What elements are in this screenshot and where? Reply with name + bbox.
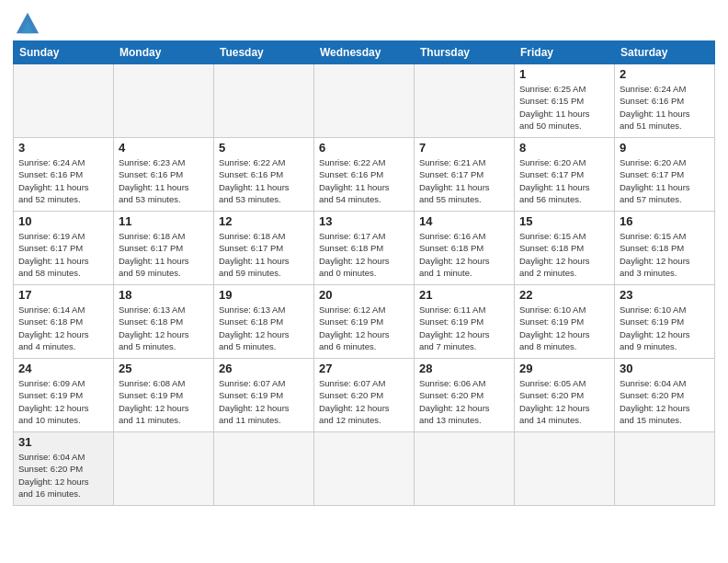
day-number: 6 xyxy=(319,141,409,155)
calendar-cell: 3Sunrise: 6:24 AM Sunset: 6:16 PM Daylig… xyxy=(14,138,114,212)
day-info: Sunrise: 6:09 AM Sunset: 6:19 PM Dayligh… xyxy=(18,377,108,426)
col-header-sunday: Sunday xyxy=(14,41,114,64)
day-info: Sunrise: 6:19 AM Sunset: 6:17 PM Dayligh… xyxy=(18,230,108,279)
calendar-cell: 5Sunrise: 6:22 AM Sunset: 6:16 PM Daylig… xyxy=(214,138,314,212)
day-info: Sunrise: 6:21 AM Sunset: 6:17 PM Dayligh… xyxy=(419,156,509,205)
calendar-cell: 16Sunrise: 6:15 AM Sunset: 6:18 PM Dayli… xyxy=(615,212,715,285)
calendar-page: SundayMondayTuesdayWednesdayThursdayFrid… xyxy=(0,0,728,563)
calendar-cell: 26Sunrise: 6:07 AM Sunset: 6:19 PM Dayli… xyxy=(214,359,314,432)
day-number: 2 xyxy=(620,67,710,81)
day-number: 4 xyxy=(119,141,209,155)
calendar-cell: 9Sunrise: 6:20 AM Sunset: 6:17 PM Daylig… xyxy=(615,138,715,212)
col-header-thursday: Thursday xyxy=(415,41,515,64)
col-header-monday: Monday xyxy=(114,41,214,64)
day-number: 28 xyxy=(419,362,509,375)
calendar-cell xyxy=(114,64,214,138)
day-info: Sunrise: 6:12 AM Sunset: 6:19 PM Dayligh… xyxy=(319,304,409,352)
day-number: 5 xyxy=(219,141,309,155)
week-row-4: 17Sunrise: 6:14 AM Sunset: 6:18 PM Dayli… xyxy=(14,285,715,359)
day-info: Sunrise: 6:24 AM Sunset: 6:16 PM Dayligh… xyxy=(620,83,710,132)
day-number: 3 xyxy=(18,141,108,155)
calendar-cell: 15Sunrise: 6:15 AM Sunset: 6:18 PM Dayli… xyxy=(515,212,615,285)
calendar-cell xyxy=(14,64,114,138)
calendar-table: SundayMondayTuesdayWednesdayThursdayFrid… xyxy=(13,40,715,506)
calendar-cell: 12Sunrise: 6:18 AM Sunset: 6:17 PM Dayli… xyxy=(214,212,314,285)
week-row-5: 24Sunrise: 6:09 AM Sunset: 6:19 PM Dayli… xyxy=(14,359,715,432)
day-number: 18 xyxy=(119,288,209,302)
week-row-1: 1Sunrise: 6:25 AM Sunset: 6:15 PM Daylig… xyxy=(14,64,715,138)
day-number: 26 xyxy=(219,362,309,375)
calendar-cell: 7Sunrise: 6:21 AM Sunset: 6:17 PM Daylig… xyxy=(415,138,515,212)
day-info: Sunrise: 6:16 AM Sunset: 6:18 PM Dayligh… xyxy=(419,230,509,279)
day-number: 20 xyxy=(319,288,409,302)
day-info: Sunrise: 6:04 AM Sunset: 6:20 PM Dayligh… xyxy=(18,451,108,500)
day-number: 8 xyxy=(519,141,609,155)
day-number: 10 xyxy=(18,214,108,228)
calendar-cell xyxy=(214,432,314,506)
calendar-cell xyxy=(415,64,515,138)
day-number: 11 xyxy=(119,214,209,228)
calendar-cell: 30Sunrise: 6:04 AM Sunset: 6:20 PM Dayli… xyxy=(615,359,715,432)
day-number: 31 xyxy=(18,435,108,449)
calendar-cell: 2Sunrise: 6:24 AM Sunset: 6:16 PM Daylig… xyxy=(615,64,715,138)
day-info: Sunrise: 6:22 AM Sunset: 6:16 PM Dayligh… xyxy=(219,156,309,205)
day-info: Sunrise: 6:22 AM Sunset: 6:16 PM Dayligh… xyxy=(319,156,409,205)
calendar-cell: 25Sunrise: 6:08 AM Sunset: 6:19 PM Dayli… xyxy=(114,359,214,432)
day-info: Sunrise: 6:25 AM Sunset: 6:15 PM Dayligh… xyxy=(519,83,609,132)
day-number: 21 xyxy=(419,288,509,302)
day-info: Sunrise: 6:13 AM Sunset: 6:18 PM Dayligh… xyxy=(219,304,309,352)
calendar-cell: 11Sunrise: 6:18 AM Sunset: 6:17 PM Dayli… xyxy=(114,212,214,285)
calendar-cell: 27Sunrise: 6:07 AM Sunset: 6:20 PM Dayli… xyxy=(314,359,415,432)
day-number: 19 xyxy=(219,288,309,302)
day-info: Sunrise: 6:10 AM Sunset: 6:19 PM Dayligh… xyxy=(519,304,609,352)
col-header-friday: Friday xyxy=(515,41,615,64)
calendar-cell: 29Sunrise: 6:05 AM Sunset: 6:20 PM Dayli… xyxy=(515,359,615,432)
day-number: 14 xyxy=(419,214,509,228)
calendar-cell xyxy=(114,432,214,506)
week-row-6: 31Sunrise: 6:04 AM Sunset: 6:20 PM Dayli… xyxy=(14,432,715,506)
day-info: Sunrise: 6:20 AM Sunset: 6:17 PM Dayligh… xyxy=(519,156,609,205)
day-number: 23 xyxy=(620,288,710,302)
day-info: Sunrise: 6:06 AM Sunset: 6:20 PM Dayligh… xyxy=(419,377,509,426)
day-number: 16 xyxy=(620,214,710,228)
day-info: Sunrise: 6:20 AM Sunset: 6:17 PM Dayligh… xyxy=(620,156,710,205)
calendar-cell xyxy=(314,432,415,506)
day-number: 13 xyxy=(319,214,409,228)
day-info: Sunrise: 6:23 AM Sunset: 6:16 PM Dayligh… xyxy=(119,156,209,205)
day-info: Sunrise: 6:17 AM Sunset: 6:18 PM Dayligh… xyxy=(319,230,409,279)
day-info: Sunrise: 6:15 AM Sunset: 6:18 PM Dayligh… xyxy=(519,230,609,279)
calendar-cell: 22Sunrise: 6:10 AM Sunset: 6:19 PM Dayli… xyxy=(515,285,615,359)
day-info: Sunrise: 6:04 AM Sunset: 6:20 PM Dayligh… xyxy=(620,377,710,426)
day-info: Sunrise: 6:07 AM Sunset: 6:20 PM Dayligh… xyxy=(319,377,409,426)
day-info: Sunrise: 6:07 AM Sunset: 6:19 PM Dayligh… xyxy=(219,377,309,426)
calendar-cell: 14Sunrise: 6:16 AM Sunset: 6:18 PM Dayli… xyxy=(415,212,515,285)
calendar-cell: 13Sunrise: 6:17 AM Sunset: 6:18 PM Dayli… xyxy=(314,212,415,285)
day-info: Sunrise: 6:08 AM Sunset: 6:19 PM Dayligh… xyxy=(119,377,209,426)
calendar-cell: 31Sunrise: 6:04 AM Sunset: 6:20 PM Dayli… xyxy=(14,432,114,506)
day-number: 24 xyxy=(18,362,108,375)
day-number: 15 xyxy=(519,214,609,228)
day-info: Sunrise: 6:11 AM Sunset: 6:19 PM Dayligh… xyxy=(419,304,509,352)
day-info: Sunrise: 6:05 AM Sunset: 6:20 PM Dayligh… xyxy=(519,377,609,426)
col-header-wednesday: Wednesday xyxy=(314,41,415,64)
calendar-cell xyxy=(515,432,615,506)
week-row-3: 10Sunrise: 6:19 AM Sunset: 6:17 PM Dayli… xyxy=(14,212,715,285)
calendar-cell xyxy=(615,432,715,506)
calendar-cell: 8Sunrise: 6:20 AM Sunset: 6:17 PM Daylig… xyxy=(515,138,615,212)
calendar-cell xyxy=(314,64,415,138)
day-number: 29 xyxy=(519,362,609,375)
calendar-cell: 21Sunrise: 6:11 AM Sunset: 6:19 PM Dayli… xyxy=(415,285,515,359)
day-number: 17 xyxy=(18,288,108,302)
logo-icon xyxy=(15,9,40,35)
day-number: 12 xyxy=(219,214,309,228)
day-number: 30 xyxy=(620,362,710,375)
calendar-cell: 20Sunrise: 6:12 AM Sunset: 6:19 PM Dayli… xyxy=(314,285,415,359)
calendar-cell: 1Sunrise: 6:25 AM Sunset: 6:15 PM Daylig… xyxy=(515,64,615,138)
calendar-cell: 10Sunrise: 6:19 AM Sunset: 6:17 PM Dayli… xyxy=(14,212,114,285)
day-info: Sunrise: 6:18 AM Sunset: 6:17 PM Dayligh… xyxy=(119,230,209,279)
calendar-cell xyxy=(214,64,314,138)
day-info: Sunrise: 6:24 AM Sunset: 6:16 PM Dayligh… xyxy=(18,156,108,205)
day-number: 9 xyxy=(620,141,710,155)
calendar-cell: 17Sunrise: 6:14 AM Sunset: 6:18 PM Dayli… xyxy=(14,285,114,359)
day-number: 1 xyxy=(519,67,609,81)
